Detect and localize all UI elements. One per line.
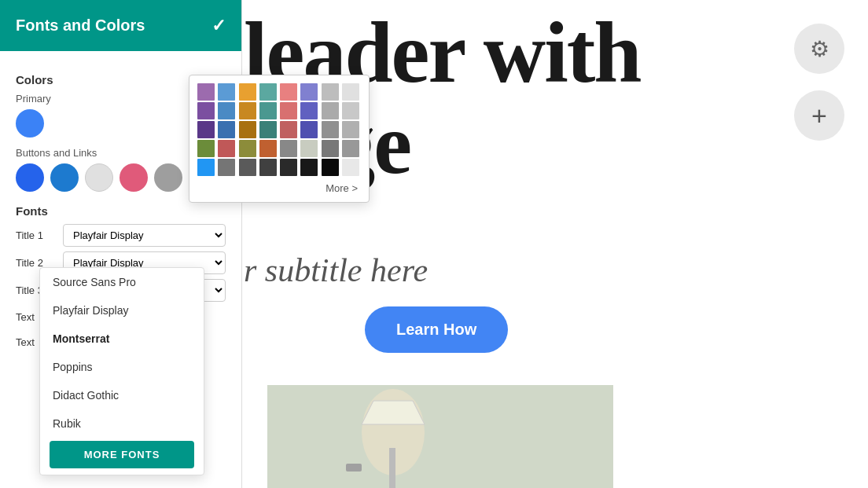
color-cell[interactable] — [239, 159, 256, 176]
check-button[interactable]: ✓ — [211, 16, 226, 36]
color-cell[interactable] — [218, 83, 235, 101]
dropdown-poppins[interactable]: Poppins — [40, 353, 204, 381]
color-grid — [197, 83, 361, 176]
color-cell[interactable] — [280, 140, 297, 157]
color-cell[interactable] — [322, 159, 339, 176]
color-cell[interactable] — [218, 140, 235, 157]
title1-label: Title 1 — [16, 229, 57, 241]
dropdown-montserrat[interactable]: Montserrat — [40, 325, 204, 353]
swatch-pink-red[interactable] — [120, 163, 148, 192]
fonts-label: Fonts — [16, 204, 226, 218]
color-cell[interactable] — [197, 83, 215, 101]
swatch-blue-dark[interactable] — [16, 163, 44, 192]
color-cell[interactable] — [280, 121, 297, 138]
color-cell[interactable] — [322, 121, 339, 138]
color-cell[interactable] — [197, 121, 215, 138]
dropdown-didact[interactable]: Didact Gothic — [40, 381, 204, 409]
color-cell[interactable] — [218, 159, 235, 176]
color-cell[interactable] — [239, 83, 256, 101]
color-cell[interactable] — [197, 140, 215, 157]
color-picker-popup: More > — [189, 75, 370, 203]
panel-header: Fonts and Colors ✓ — [0, 0, 241, 51]
svg-rect-2 — [389, 448, 395, 488]
learn-how-button[interactable]: Learn How — [365, 306, 508, 353]
color-cell[interactable] — [239, 140, 256, 157]
plus-button[interactable]: + — [794, 90, 844, 141]
swatch-gray[interactable] — [154, 163, 182, 192]
color-cell[interactable] — [300, 121, 318, 138]
color-cell[interactable] — [218, 121, 235, 138]
plus-icon: + — [811, 101, 827, 131]
color-cell[interactable] — [197, 102, 215, 119]
more-colors-link[interactable]: More > — [197, 182, 361, 194]
color-cell[interactable] — [322, 140, 339, 157]
color-cell[interactable] — [342, 121, 359, 138]
color-cell[interactable] — [342, 140, 359, 157]
color-cell[interactable] — [259, 159, 277, 176]
color-cell[interactable] — [218, 102, 235, 119]
color-cell[interactable] — [300, 140, 318, 157]
color-cell[interactable] — [300, 83, 318, 101]
color-cell[interactable] — [280, 83, 297, 101]
color-cell[interactable] — [259, 121, 277, 138]
color-cell[interactable] — [280, 159, 297, 176]
color-cell[interactable] — [300, 159, 318, 176]
subtitle-text: r subtitle here — [244, 251, 428, 289]
title1-select[interactable]: Playfair Display — [63, 224, 226, 247]
dropdown-rubik[interactable]: Rubik — [40, 409, 204, 438]
color-cell[interactable] — [342, 159, 359, 176]
color-cell[interactable] — [342, 83, 359, 101]
panel-title: Fonts and Colors — [16, 17, 145, 35]
lamp-image — [267, 385, 613, 488]
color-cell[interactable] — [280, 102, 297, 119]
color-cell[interactable] — [259, 83, 277, 101]
dropdown-playfair[interactable]: Playfair Display — [40, 296, 204, 325]
color-cell[interactable] — [239, 102, 256, 119]
color-cell[interactable] — [239, 121, 256, 138]
gear-icon: ⚙ — [810, 36, 829, 62]
color-cell[interactable] — [342, 102, 359, 119]
color-cell[interactable] — [300, 102, 318, 119]
color-cell[interactable] — [259, 140, 277, 157]
dropdown-source-sans[interactable]: Source Sans Pro — [40, 268, 204, 296]
gear-button[interactable]: ⚙ — [794, 24, 844, 74]
color-cell[interactable] — [197, 159, 215, 176]
color-cell[interactable] — [322, 102, 339, 119]
svg-rect-0 — [267, 385, 613, 488]
font-dropdown: Source Sans Pro Playfair Display Montser… — [39, 267, 204, 475]
svg-rect-4 — [346, 464, 362, 471]
more-fonts-button[interactable]: MORE FONTS — [50, 441, 194, 468]
color-cell[interactable] — [322, 83, 339, 101]
primary-color-swatch[interactable] — [16, 109, 44, 138]
swatch-blue-medium[interactable] — [50, 163, 79, 192]
color-cell[interactable] — [259, 102, 277, 119]
font-row-title1: Title 1 Playfair Display — [16, 224, 226, 247]
swatch-light-gray[interactable] — [85, 163, 113, 192]
